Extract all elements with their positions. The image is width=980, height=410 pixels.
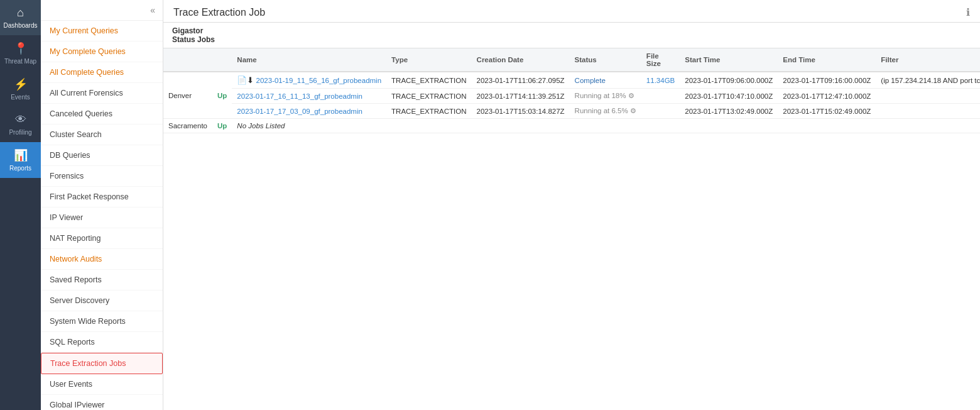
- end-time-cell: 2023-01-17T09:16:00.000Z: [778, 72, 876, 89]
- no-jobs-cell: No Jobs Listed: [232, 119, 980, 133]
- job-name-link[interactable]: 2023-01-17_16_11_13_gf_probeadmin: [237, 92, 362, 100]
- th-end-time: End Time: [778, 48, 876, 72]
- table-row: 2023-01-17_17_03_09_gf_probeadmin TRACE_…: [163, 104, 980, 119]
- status-value-cell: Running at 18% ⚙: [570, 89, 641, 104]
- status-cell: Up: [212, 119, 232, 133]
- threat-map-icon: 📍: [14, 42, 28, 55]
- start-time-cell: 2023-01-17T13:02:49.000Z: [680, 104, 778, 119]
- th-gigastor: [163, 48, 212, 72]
- sidebar-item-first-packet-response[interactable]: First Packet Response: [41, 187, 163, 208]
- name-cell: 📄⬇ 2023-01-19_11_56_16_gf_probeadmin: [232, 72, 386, 89]
- running-icon: ⚙: [630, 107, 636, 114]
- end-time-cell: 2023-01-17T15:02:49.000Z: [778, 104, 876, 119]
- sidebar-item-db-queries[interactable]: DB Queries: [41, 145, 163, 166]
- page-title: Trace Extraction Job: [173, 7, 265, 18]
- sidebar-item-forensics[interactable]: Forensics: [41, 166, 163, 187]
- nav-bar: ⌂ Dashboards 📍 Threat Map ⚡ Events 👁 Pro…: [0, 0, 41, 410]
- file-size-cell: 11.34GB: [641, 72, 680, 89]
- gigastor-cell: Denver: [163, 72, 212, 119]
- sidebar-header: «: [41, 0, 163, 21]
- type-cell: TRACE_EXTRACTION: [386, 89, 472, 104]
- sidebar-item-saved-reports[interactable]: Saved Reports: [41, 270, 163, 291]
- sidebar-item-canceled-queries[interactable]: Canceled Queries: [41, 104, 163, 125]
- sidebar-item-cluster-search[interactable]: Cluster Search: [41, 125, 163, 145]
- sidebar-item-ip-viewer[interactable]: IP Viewer: [41, 208, 163, 228]
- nav-item-label: Profiling: [9, 129, 31, 136]
- profiling-icon: 👁: [15, 113, 26, 126]
- file-size-link[interactable]: 11.34GB: [646, 77, 675, 84]
- status-badge: Running at 18%: [575, 92, 626, 99]
- nav-item-events[interactable]: ⚡ Events: [0, 71, 41, 107]
- creation-date-cell: 2023-01-17T15:03:14.827Z: [472, 104, 570, 119]
- th-type: Type: [386, 48, 472, 72]
- start-time-cell: 2023-01-17T10:47:10.000Z: [680, 89, 778, 104]
- sidebar-item-network-audits[interactable]: Network Audits: [41, 249, 163, 270]
- type-cell: TRACE_EXTRACTION: [386, 72, 472, 89]
- sidebar-item-sql-reports[interactable]: SQL Reports: [41, 332, 163, 353]
- creation-date-cell: 2023-01-17T14:11:39.251Z: [472, 89, 570, 104]
- nav-item-label: Threat Map: [4, 58, 36, 65]
- nav-item-label: Dashboards: [4, 22, 38, 29]
- table-row: Denver Up 📄⬇ 2023-01-19_11_56_16_gf_prob…: [163, 72, 980, 89]
- sidebar: « My Current Queries My Complete Queries…: [41, 0, 163, 410]
- running-icon: ⚙: [628, 92, 634, 99]
- nav-item-threat-map[interactable]: 📍 Threat Map: [0, 35, 41, 71]
- sidebar-item-my-complete-queries[interactable]: My Complete Queries: [41, 42, 163, 62]
- status-badge: Complete: [575, 77, 606, 84]
- page-header: Trace Extraction Job ℹ: [163, 0, 980, 23]
- file-size-cell: [641, 104, 680, 119]
- col-status-label: Status Jobs: [172, 35, 215, 44]
- sidebar-item-nat-reporting[interactable]: NAT Reporting: [41, 228, 163, 249]
- th-filter: Filter: [876, 48, 980, 72]
- th-start-time: Start Time: [680, 48, 778, 72]
- table-area: Gigastor Status Jobs Name Type Creation …: [163, 23, 980, 410]
- th-file-size: File Size: [641, 48, 680, 72]
- th-name: Name: [232, 48, 386, 72]
- th-creation-date: Creation Date: [472, 48, 570, 72]
- gigastor-cell: Sacramento: [163, 119, 212, 133]
- main-content: Trace Extraction Job ℹ Gigastor Status J…: [163, 0, 980, 410]
- th-status-col: Status: [570, 48, 641, 72]
- sidebar-item-system-wide-reports[interactable]: System Wide Reports: [41, 311, 163, 332]
- nav-item-label: Reports: [9, 165, 31, 172]
- nav-item-profiling[interactable]: 👁 Profiling: [0, 107, 41, 142]
- nav-item-dashboards[interactable]: ⌂ Dashboards: [0, 0, 41, 35]
- th-status: [212, 48, 232, 72]
- col-gigastor-label: Gigastor: [172, 26, 203, 35]
- status-cell: Up: [212, 72, 232, 119]
- name-cell: 2023-01-17_16_11_13_gf_probeadmin: [232, 89, 386, 104]
- nav-item-reports[interactable]: 📊 Reports: [0, 142, 41, 178]
- file-icon: 📄⬇: [237, 75, 254, 85]
- collapse-button[interactable]: «: [148, 4, 158, 16]
- sidebar-item-user-events[interactable]: User Events: [41, 374, 163, 395]
- sidebar-item-trace-extraction-jobs[interactable]: Trace Extraction Jobs: [41, 353, 163, 374]
- table-top-header: Gigastor Status Jobs: [163, 23, 980, 48]
- start-time-cell: 2023-01-17T09:06:00.000Z: [680, 72, 778, 89]
- events-icon: ⚡: [14, 77, 28, 91]
- job-name-link[interactable]: 2023-01-17_17_03_09_gf_probeadmin: [237, 108, 362, 115]
- sidebar-item-all-complete-queries[interactable]: All Complete Queries: [41, 62, 163, 83]
- status-value-cell: Running at 6.5% ⚙: [570, 104, 641, 119]
- sidebar-item-server-discovery[interactable]: Server Discovery: [41, 291, 163, 311]
- filter-cell: [876, 104, 980, 119]
- status-value-cell: Complete: [570, 72, 641, 89]
- table-row: 2023-01-17_16_11_13_gf_probeadmin TRACE_…: [163, 89, 980, 104]
- filter-cell: (ip 157.234.214.18 AND port tcp/80): [876, 72, 980, 89]
- nav-item-label: Events: [11, 94, 30, 101]
- creation-date-cell: 2023-01-17T11:06:27.095Z: [472, 72, 570, 89]
- info-icon[interactable]: ℹ: [966, 6, 970, 18]
- sidebar-item-my-current-queries[interactable]: My Current Queries: [41, 21, 163, 42]
- sidebar-item-all-current-forensics[interactable]: All Current Forensics: [41, 83, 163, 104]
- job-name-link[interactable]: 2023-01-19_11_56_16_gf_probeadmin: [256, 77, 382, 84]
- jobs-table: Gigastor Status Jobs Name Type Creation …: [163, 23, 980, 133]
- end-time-cell: 2023-01-17T12:47:10.000Z: [778, 89, 876, 104]
- file-size-cell: [641, 89, 680, 104]
- sidebar-item-global-ipviewer[interactable]: Global IPviewer: [41, 395, 163, 410]
- type-cell: TRACE_EXTRACTION: [386, 104, 472, 119]
- dashboards-icon: ⌂: [17, 6, 24, 19]
- table-row: Sacramento Up No Jobs Listed: [163, 119, 980, 133]
- reports-icon: 📊: [14, 148, 28, 162]
- name-cell: 2023-01-17_17_03_09_gf_probeadmin: [232, 104, 386, 119]
- status-badge: Running at 6.5%: [575, 107, 628, 114]
- col-headers-row: Name Type Creation Date Status File Size…: [163, 48, 980, 72]
